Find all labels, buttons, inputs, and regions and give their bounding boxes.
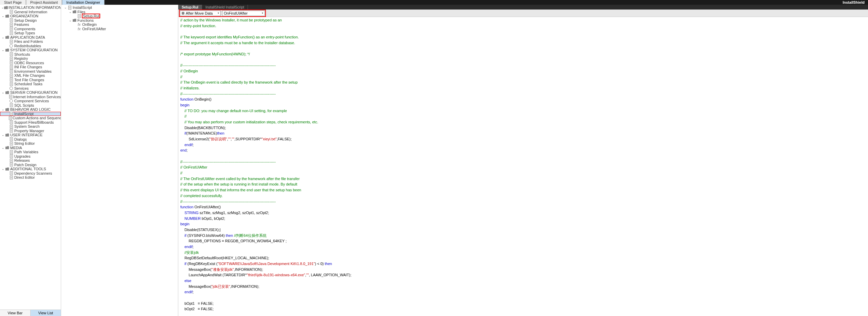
- folder-icon: [5, 108, 10, 111]
- nav-item-registry[interactable]: Registry: [0, 56, 61, 61]
- nav-item-direct-editor[interactable]: Direct Editor: [0, 175, 61, 180]
- main-tab-start-page[interactable]: Start Page: [0, 0, 26, 5]
- folder-icon: [5, 167, 10, 171]
- event-name-dropdown[interactable]: OnFirstUIAfter ▾: [222, 11, 265, 16]
- nav-group-media[interactable]: ⌄MEDIA: [0, 146, 61, 150]
- nav-item-internet-information-services[interactable]: Internet Information Services: [0, 95, 61, 99]
- nav-item-support-files-billboards[interactable]: Support Files/Billboards: [0, 120, 61, 125]
- fn-onbegin[interactable]: fx OnBegin: [61, 22, 178, 27]
- script-root[interactable]: ⌄ InstallScript: [61, 5, 178, 10]
- editor-panel: Setup.Rul InstallShield InstallScript Af…: [178, 5, 868, 316]
- nav-item-text-file-changes[interactable]: Text File Changes: [0, 78, 61, 82]
- view-list-button[interactable]: View List: [31, 310, 61, 316]
- file-tab-setup-rul[interactable]: Setup.Rul: [178, 5, 202, 10]
- page-icon: [9, 125, 14, 128]
- nav-item-label: Releases: [14, 158, 30, 162]
- nav-item-dialogs[interactable]: Dialogs: [0, 137, 61, 142]
- nav-item-component-services[interactable]: Component Services: [0, 99, 61, 103]
- fn-label: OnBegin: [82, 22, 97, 27]
- collapse-icon[interactable]: ⌄: [1, 108, 5, 111]
- nav-item-components[interactable]: Components: [0, 27, 61, 31]
- collapse-icon[interactable]: ⌄: [1, 91, 5, 94]
- fn-onfirstuiafter[interactable]: fx OnFirstUIAfter: [61, 27, 178, 31]
- folder-icon: [5, 35, 10, 39]
- nav-item-shortcuts[interactable]: Shortcuts: [0, 52, 61, 57]
- nav-item-scheduled-tasks[interactable]: Scheduled Tasks: [0, 82, 61, 86]
- collapse-icon[interactable]: ⌄: [1, 146, 5, 150]
- gear-icon: [9, 86, 14, 90]
- collapse-icon[interactable]: ⌄: [69, 10, 72, 14]
- nav-item-property-manager[interactable]: Property Manager: [0, 129, 61, 133]
- main-tab-installation-designer[interactable]: Installation Designer: [62, 0, 105, 5]
- main-tab-project-assistant[interactable]: Project Assistant: [26, 0, 62, 5]
- files-label: Files: [77, 10, 85, 14]
- nav-item-patch-design[interactable]: Patch Design: [0, 163, 61, 167]
- nav-item-xml-file-changes[interactable]: XML File Changes: [0, 73, 61, 78]
- collapse-icon[interactable]: ⌄: [1, 167, 5, 171]
- nav-item-label: ODBC Resources: [14, 61, 44, 65]
- nav-item-label: Custom Actions and Sequences: [13, 116, 61, 120]
- nav-item-files-and-folders[interactable]: Files and Folders: [0, 39, 61, 44]
- nav-group-additional-tools[interactable]: ⌄ADDITIONAL TOOLS: [0, 167, 61, 171]
- nav-group-behavior-and-logic[interactable]: ⌄BEHAVIOR AND LOGIC: [0, 107, 61, 112]
- functions-label: Functions: [77, 18, 94, 22]
- page-icon: [9, 40, 14, 43]
- nav-item-sql-scripts[interactable]: SQL Scripts: [0, 103, 61, 108]
- nav-item-dependency-scanners[interactable]: Dependency Scanners: [0, 171, 61, 176]
- nav-item-installscript[interactable]: InstallScript: [0, 112, 61, 116]
- nav-item-label: Property Manager: [14, 129, 44, 133]
- nav-item-custom-actions-and-sequences[interactable]: Custom Actions and Sequences: [0, 116, 61, 120]
- page-icon: [9, 120, 14, 124]
- nav-item-ini-file-changes[interactable]: INI File Changes: [0, 65, 61, 69]
- nav-item-odbc-resources[interactable]: ODBC Resources: [0, 61, 61, 65]
- chevron-down-icon: ▾: [262, 12, 263, 15]
- collapse-icon[interactable]: ⌄: [64, 6, 67, 9]
- files-folder[interactable]: ⌄ Files: [61, 10, 178, 14]
- nav-item-label: SQL Scripts: [14, 103, 34, 107]
- page-icon: [9, 65, 14, 69]
- nav-group-server-configuration[interactable]: ⌄SERVER CONFIGURATION: [0, 90, 61, 95]
- nav-item-label: Path Variables: [14, 150, 38, 154]
- nav-item-features[interactable]: Features: [0, 22, 61, 27]
- nav-item-label: Dependency Scanners: [14, 171, 52, 175]
- nav-item-services[interactable]: Services: [0, 86, 61, 91]
- nav-item-string-editor[interactable]: String Editor: [0, 141, 61, 146]
- nav-item-label: Component Services: [14, 99, 49, 103]
- nav-item-redistributables[interactable]: Redistributables: [0, 44, 61, 48]
- collapse-icon[interactable]: ⌄: [1, 36, 5, 39]
- highlighted-dropdowns: After Move Data ▾ OnFirstUIAfter ▾: [180, 10, 265, 16]
- nav-group-user-interface[interactable]: ⌄USER INTERFACE: [0, 133, 61, 137]
- nav-item-setup-design[interactable]: Setup Design: [0, 18, 61, 23]
- bullet-icon: [182, 12, 184, 15]
- script-root-label: InstallScript: [73, 5, 92, 10]
- nav-item-setup-types[interactable]: Setup Types: [0, 31, 61, 35]
- nav-group-organization[interactable]: ⌄ORGANIZATION: [0, 14, 61, 18]
- navigation-tree: ⌄INSTALLATION INFORMATIONGeneral Informa…: [0, 5, 61, 316]
- nav-item-system-search[interactable]: System Search: [0, 124, 61, 129]
- collapse-icon[interactable]: ⌄: [1, 133, 5, 137]
- view-bar-button[interactable]: View Bar: [0, 310, 31, 316]
- page-icon: [9, 82, 14, 86]
- collapse-icon[interactable]: ⌄: [69, 19, 72, 22]
- page-icon: [9, 103, 14, 107]
- nav-group-installation-information[interactable]: ⌄INSTALLATION INFORMATION: [0, 5, 61, 10]
- nav-item-upgrades[interactable]: Upgrades: [0, 154, 61, 159]
- nav-item-releases[interactable]: Releases: [0, 158, 61, 163]
- nav-item-path-variables[interactable]: Path Variables: [0, 150, 61, 154]
- nav-group-system-configuration[interactable]: ⌄SYSTEM CONFIGURATION: [0, 48, 61, 52]
- collapse-icon[interactable]: ⌄: [1, 14, 5, 18]
- code-editor[interactable]: // action by the Windows Installer, it m…: [178, 17, 868, 316]
- setup-rul-file[interactable]: Setup.Rul: [61, 14, 178, 18]
- collapse-icon[interactable]: ⌄: [1, 48, 5, 52]
- folder-icon: [5, 14, 10, 18]
- nav-item-label: Scheduled Tasks: [14, 82, 42, 86]
- page-icon: [9, 116, 12, 120]
- functions-folder[interactable]: ⌄ Functions: [61, 18, 178, 23]
- nav-item-label: Text File Changes: [14, 78, 44, 82]
- nav-group-application-data[interactable]: ⌄APPLICATION DATA: [0, 35, 61, 40]
- nav-item-general-information[interactable]: General Information: [0, 10, 61, 14]
- gear-icon: [9, 99, 14, 103]
- event-category-dropdown[interactable]: After Move Data ▾: [180, 11, 221, 16]
- nav-item-environment-variables[interactable]: Environment Variables: [0, 69, 61, 74]
- collapse-icon[interactable]: ⌄: [1, 6, 4, 9]
